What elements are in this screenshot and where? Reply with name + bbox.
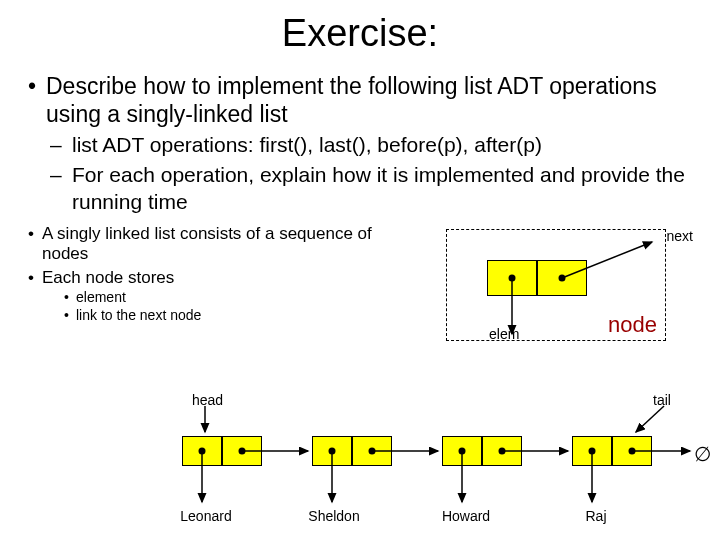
- bullet-sub1: list ADT operations: first(), last(), be…: [50, 132, 692, 158]
- list-node-1: [312, 436, 392, 466]
- list-node-3: [572, 436, 652, 466]
- label-tail: tail: [653, 392, 671, 408]
- linked-list-diagram: head tail ∅ Leonard Sheldon Howar: [0, 392, 720, 540]
- label-node: node: [608, 312, 657, 338]
- name-1: Sheldon: [304, 508, 364, 524]
- note2a: element: [64, 289, 373, 306]
- name-0: Leonard: [176, 508, 236, 524]
- label-elem: elem: [489, 326, 519, 342]
- dot: [558, 274, 565, 281]
- name-3: Raj: [576, 508, 616, 524]
- notes-left: A singly linked list consists of a seque…: [24, 221, 373, 324]
- label-head: head: [192, 392, 223, 408]
- bullet-list: Describe how to implement the following …: [28, 73, 692, 215]
- svg-line-3: [636, 406, 664, 432]
- list-node-0: [182, 436, 262, 466]
- list-node-2: [442, 436, 522, 466]
- slide-title: Exercise:: [0, 12, 720, 55]
- bullet-main: Describe how to implement the following …: [28, 73, 692, 128]
- note2b: link to the next node: [64, 307, 373, 324]
- bullet-sub2: For each operation, explain how it is im…: [50, 162, 692, 215]
- label-next: next: [667, 228, 693, 244]
- dot: [508, 274, 515, 281]
- note2: Each node stores: [28, 268, 373, 288]
- node-elem-rect: [487, 260, 537, 296]
- note1: A singly linked list consists of a seque…: [28, 224, 373, 265]
- node-ptr-rect: [537, 260, 587, 296]
- null-symbol: ∅: [694, 442, 711, 466]
- node-diagram: next elem node: [446, 229, 666, 341]
- name-2: Howard: [436, 508, 496, 524]
